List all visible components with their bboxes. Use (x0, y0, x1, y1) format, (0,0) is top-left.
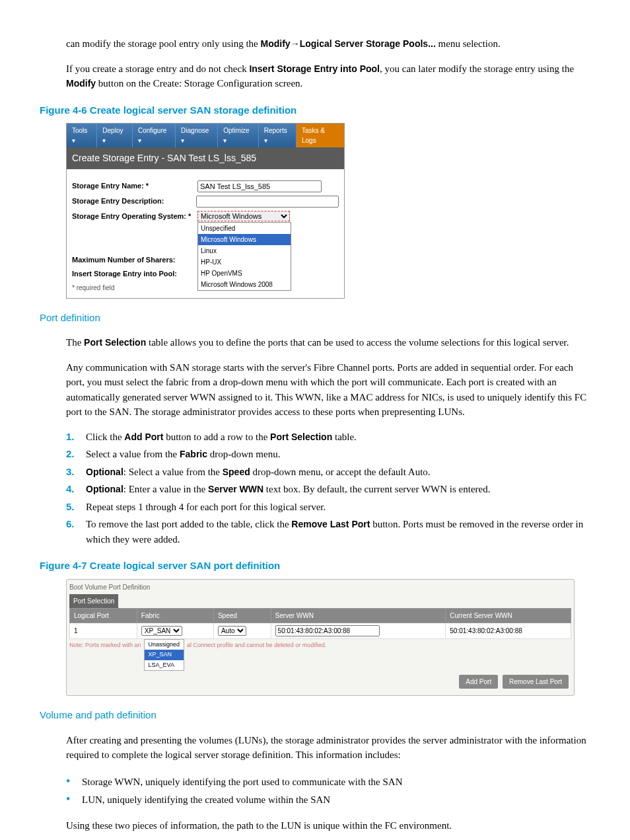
cell-current-wwn: 50:01:43:80:02:A3:00:88 (446, 623, 571, 638)
figure-4-7-caption: Figure 4-7 Create logical server SAN por… (40, 558, 590, 574)
text: , you can later modify the storage entry… (380, 63, 574, 74)
figure-4-6-screenshot: Tools ▾ Deploy ▾ Configure ▾ Diagnose ▾ … (66, 123, 345, 299)
speed-select[interactable]: Auto (218, 626, 246, 636)
step-text: Repeat steps 1 through 4 for each port f… (86, 500, 326, 515)
fieldset-legend: Boot Volume Port Definition (69, 582, 571, 592)
port-p2: Any communication with SAN storage start… (66, 360, 590, 420)
fabric-option-selected[interactable]: XP_SAN (145, 650, 184, 660)
port-p1: The Port Selection table allows you to d… (66, 335, 590, 350)
vol-p1: After creating and presenting the volume… (66, 733, 590, 763)
note-text-b: al Connect profile and cannot be deleted… (187, 639, 326, 671)
intro-p2: If you create a storage entry and do not… (66, 61, 590, 91)
text: button on the Create: Storage Configurat… (96, 78, 302, 89)
text: table allows you to define the ports tha… (146, 337, 569, 348)
menu-reports[interactable]: Reports ▾ (259, 124, 297, 147)
text: The (66, 337, 84, 348)
os-label: Storage Entry Operating System: * (72, 211, 197, 222)
os-select[interactable]: Microsoft Windows (197, 211, 290, 221)
port-definition-heading: Port definition (40, 311, 590, 326)
os-dropdown-list: Unspecified Microsoft Windows Linux HP-U… (197, 222, 291, 291)
text: can modify the storage pool entry only u… (66, 38, 261, 49)
text: If you create a storage entry and do not… (66, 63, 249, 74)
step-num: 6. (66, 517, 86, 547)
menu-optimize[interactable]: Optimize ▾ (218, 124, 258, 147)
step-num: 4. (66, 482, 86, 497)
bold-text: Modify (66, 78, 96, 89)
step-num: 5. (66, 500, 86, 515)
menu-deploy[interactable]: Deploy ▾ (97, 124, 133, 147)
desc-label: Storage Entry Description: (72, 196, 196, 207)
step-text: To remove the last port added to the tab… (86, 517, 590, 547)
bold-text: Insert Storage Entry into Pool (249, 63, 380, 74)
port-table: Logical Port Fabric Speed Server WWN Cur… (69, 608, 571, 639)
os-option[interactable]: Unspecified (198, 223, 291, 234)
toolbar: Tools ▾ Deploy ▾ Configure ▾ Diagnose ▾ … (67, 124, 344, 147)
volume-definition-heading: Volume and path definition (40, 708, 590, 723)
list-item: Storage WWN, uniquely identifying the po… (66, 773, 590, 790)
menu-tools[interactable]: Tools ▾ (67, 124, 97, 147)
os-option[interactable]: HP OpenVMS (198, 268, 291, 279)
remove-last-port-button[interactable]: Remove Last Port (503, 675, 569, 689)
os-option[interactable]: Microsoft Windows 2008 (198, 279, 291, 290)
step-text: Select a value from the Fabric drop-down… (86, 447, 280, 462)
os-option[interactable]: HP-UX (198, 256, 291, 268)
col-server-wwn: Server WWN (271, 608, 446, 623)
menu-tasks-logs[interactable]: Tasks & Logs (297, 124, 344, 147)
window-title: Create Storage Entry - SAN Test LS_lss_5… (67, 147, 344, 169)
step-num: 3. (66, 465, 86, 480)
table-row: 1 XP_SAN Auto 50:01:43:80:02:A3:00:88 (70, 623, 571, 638)
col-fabric: Fabric (137, 608, 213, 623)
fabric-option[interactable]: LSA_EVA (145, 660, 184, 671)
fabric-option[interactable]: Unassigned (145, 640, 184, 650)
text: menu selection. (436, 38, 501, 49)
menu-diagnose[interactable]: Diagnose ▾ (176, 124, 218, 147)
bold-text: Modify→Logical Server Storage Pools... (261, 38, 436, 49)
step-text: Optional: Enter a value in the Server WW… (86, 482, 490, 497)
note-text: Note: Ports marked with an (69, 639, 141, 671)
port-selection-tab[interactable]: Port Selection (69, 594, 118, 608)
step-num: 1. (66, 430, 86, 445)
os-option-selected[interactable]: Microsoft Windows (198, 234, 291, 245)
add-port-button[interactable]: Add Port (459, 675, 498, 689)
name-input[interactable] (197, 180, 322, 192)
insert-label: Insert Storage Entry into Pool: (72, 268, 197, 280)
figure-4-6-caption: Figure 4-6 Create logical server SAN sto… (40, 103, 590, 118)
col-logical-port: Logical Port (70, 608, 137, 623)
sharers-label: Maximum Number of Sharers: (72, 254, 197, 266)
step-text: Optional: Select a value from the Speed … (86, 465, 431, 480)
fabric-select[interactable]: XP_SAN (141, 626, 182, 636)
step-text: Click the Add Port button to add a row t… (86, 430, 357, 445)
col-speed: Speed (213, 608, 271, 623)
desc-input[interactable] (196, 196, 339, 208)
menu-configure[interactable]: Configure ▾ (133, 124, 176, 147)
list-item: LUN, uniquely identifying the created vo… (66, 790, 590, 808)
figure-4-7-screenshot: Boot Volume Port Definition Port Selecti… (66, 579, 575, 697)
vol-p2: Using these two pieces of information, t… (66, 818, 590, 833)
wwn-input[interactable] (275, 625, 380, 636)
bold-text: Port Selection (84, 337, 146, 348)
name-label: Storage Entry Name: * (72, 180, 197, 192)
col-current-wwn: Current Server WWN (446, 608, 571, 623)
os-option[interactable]: Linux (198, 245, 291, 256)
fabric-dropdown-list: Unassigned XP_SAN LSA_EVA (144, 639, 185, 671)
bullets-list: Storage WWN, uniquely identifying the po… (66, 773, 590, 808)
step-num: 2. (66, 447, 86, 462)
cell-port: 1 (70, 623, 137, 638)
steps-list: 1.Click the Add Port button to add a row… (66, 430, 590, 547)
intro-p1: can modify the storage pool entry only u… (66, 36, 590, 52)
